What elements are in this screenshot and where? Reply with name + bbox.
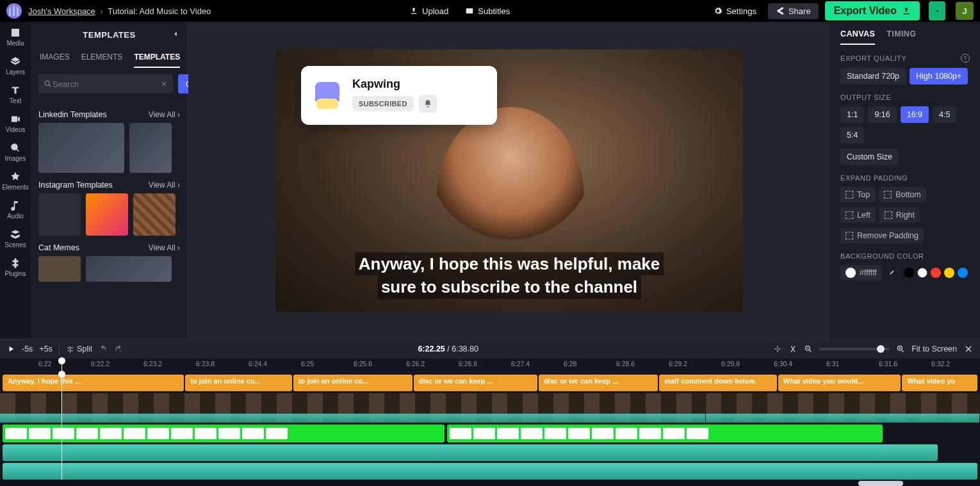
fwd-5s[interactable]: +5s bbox=[39, 344, 53, 353]
canvas-area[interactable]: Kapwing SUBSCRIBED Anyway, I hope this w… bbox=[188, 22, 830, 339]
pad-left[interactable]: Left bbox=[840, 207, 876, 223]
tab-images[interactable]: IMAGES bbox=[40, 47, 70, 68]
caption-segment[interactable]: to join an online co... bbox=[185, 375, 291, 391]
tool-scenes[interactable]: Scenes bbox=[3, 229, 28, 248]
tool-images[interactable]: Images bbox=[3, 142, 28, 162]
quality-1080p[interactable]: High 1080p+ bbox=[910, 68, 968, 85]
template-thumb[interactable] bbox=[38, 123, 124, 173]
eyedropper-icon[interactable] bbox=[887, 268, 896, 277]
playhead[interactable] bbox=[61, 359, 62, 371]
quality-720p[interactable]: Standard 720p bbox=[840, 68, 906, 85]
tool-text[interactable]: Text bbox=[3, 85, 28, 104]
view-all-link[interactable]: View All › bbox=[149, 110, 180, 119]
asset-track[interactable] bbox=[0, 425, 980, 442]
export-button[interactable]: Export Video bbox=[825, 1, 920, 20]
fit-screen-button[interactable]: Fit to Screen bbox=[911, 344, 957, 353]
palette-swatch[interactable] bbox=[944, 268, 954, 278]
dashed-icon bbox=[845, 191, 853, 198]
help-icon[interactable]: ? bbox=[961, 54, 970, 63]
tab-timing[interactable]: TIMING bbox=[886, 29, 916, 45]
custom-size-button[interactable]: Custom Size bbox=[840, 149, 899, 165]
audio-track-2[interactable] bbox=[3, 463, 977, 480]
undo-icon bbox=[99, 344, 108, 353]
split-button[interactable]: Split bbox=[66, 344, 92, 353]
asset-segment[interactable] bbox=[447, 425, 883, 442]
undo-button[interactable] bbox=[99, 344, 108, 353]
template-thumb[interactable] bbox=[133, 193, 176, 236]
tab-templates[interactable]: TEMPLATES bbox=[134, 47, 180, 68]
zoom-out-button[interactable] bbox=[804, 344, 813, 353]
template-thumb[interactable] bbox=[129, 123, 172, 173]
upload-button[interactable]: Upload bbox=[404, 4, 453, 19]
palette-swatch[interactable] bbox=[931, 268, 941, 278]
ruler-tick: 6:29.8 bbox=[721, 360, 740, 368]
audio-track-1[interactable] bbox=[3, 444, 938, 461]
asset-segment[interactable] bbox=[3, 425, 445, 442]
subtitles-button[interactable]: Subtitles bbox=[460, 4, 515, 19]
template-thumb[interactable] bbox=[38, 193, 81, 236]
bg-hex-input[interactable]: #ffffff bbox=[840, 265, 882, 280]
collapse-left-panel[interactable] bbox=[168, 27, 183, 41]
pad-top[interactable]: Top bbox=[840, 187, 875, 202]
user-avatar[interactable]: J bbox=[956, 2, 974, 20]
ratio-4-5[interactable]: 4:5 bbox=[933, 106, 956, 123]
workspace-link[interactable]: Josh's Workspace bbox=[28, 6, 95, 16]
timeline-ruler[interactable]: 6:226:22.26:23.26:23.86:24.46:256:25.66:… bbox=[0, 359, 980, 371]
tab-elements[interactable]: ELEMENTS bbox=[81, 47, 123, 68]
video-track[interactable] bbox=[0, 393, 980, 423]
export-more-button[interactable] bbox=[929, 1, 945, 20]
snap-button[interactable] bbox=[773, 344, 782, 353]
template-thumb[interactable] bbox=[86, 193, 128, 236]
template-thumb[interactable] bbox=[86, 256, 172, 282]
back-5s[interactable]: -5s bbox=[22, 344, 33, 353]
tool-audio[interactable]: Audio bbox=[3, 200, 28, 220]
caption-segment[interactable]: disc or we can keep ... bbox=[414, 375, 538, 391]
search-box[interactable] bbox=[38, 74, 173, 93]
playhead-line[interactable] bbox=[61, 372, 62, 480]
zoom-knob[interactable] bbox=[877, 345, 885, 353]
ratio-16-9[interactable]: 16:9 bbox=[901, 106, 929, 123]
view-all-link[interactable]: View All › bbox=[149, 243, 180, 252]
ruler-tick: 6:31.6 bbox=[879, 360, 897, 368]
ratio-1-1[interactable]: 1:1 bbox=[840, 106, 864, 123]
trim-button[interactable] bbox=[788, 344, 797, 353]
tool-plugins[interactable]: Plugins bbox=[3, 257, 28, 277]
clear-icon[interactable] bbox=[160, 80, 168, 88]
palette-swatch[interactable] bbox=[917, 268, 927, 278]
play-button[interactable] bbox=[6, 344, 15, 353]
caption-segment[interactable]: What video you would... bbox=[778, 375, 901, 391]
caption-segment[interactable]: to join an online co... bbox=[293, 375, 412, 391]
view-all-link[interactable]: View All › bbox=[149, 181, 180, 190]
tool-elements[interactable]: Elements bbox=[3, 171, 28, 191]
pad-right[interactable]: Right bbox=[879, 207, 920, 223]
pad-bottom[interactable]: Bottom bbox=[879, 187, 926, 202]
remove-padding[interactable]: Remove Padding bbox=[840, 228, 924, 243]
share-button[interactable]: Share bbox=[768, 3, 819, 19]
palette-swatch[interactable] bbox=[904, 268, 914, 278]
redo-button[interactable] bbox=[114, 344, 123, 353]
tab-canvas[interactable]: CANVAS bbox=[840, 29, 875, 45]
settings-button[interactable]: Settings bbox=[708, 4, 762, 19]
brand-icon[interactable] bbox=[6, 3, 22, 19]
template-thumb[interactable] bbox=[38, 256, 81, 282]
tool-layers[interactable]: Layers bbox=[3, 56, 28, 76]
caption-segment[interactable]: staff comment down below. bbox=[659, 375, 777, 391]
horizontal-scrollbar[interactable] bbox=[0, 480, 980, 486]
zoom-slider[interactable] bbox=[819, 348, 890, 350]
timeline-tracks[interactable]: Anyway, I hope this ...to join an online… bbox=[0, 372, 980, 480]
search-input[interactable] bbox=[53, 79, 160, 89]
caption-segment[interactable]: What video yo bbox=[902, 375, 977, 391]
ratio-9-16[interactable]: 9:16 bbox=[868, 106, 896, 123]
ratio-5-4[interactable]: 5:4 bbox=[840, 127, 864, 143]
gear-icon bbox=[714, 6, 723, 15]
caption-segment[interactable]: disc or we can keep ... bbox=[539, 375, 658, 391]
caption-track[interactable]: Anyway, I hope this ...to join an online… bbox=[0, 375, 980, 391]
video-canvas[interactable]: Kapwing SUBSCRIBED Anyway, I hope this w… bbox=[275, 49, 743, 312]
close-timeline-button[interactable] bbox=[963, 344, 974, 354]
caption-segment[interactable]: Anyway, I hope this ... bbox=[3, 375, 184, 391]
palette-swatch[interactable] bbox=[958, 268, 968, 278]
zoom-in-button[interactable] bbox=[896, 344, 905, 353]
tool-videos[interactable]: Videos bbox=[3, 113, 28, 133]
tool-media[interactable]: Media bbox=[3, 27, 28, 47]
scroll-thumb[interactable] bbox=[858, 481, 903, 486]
